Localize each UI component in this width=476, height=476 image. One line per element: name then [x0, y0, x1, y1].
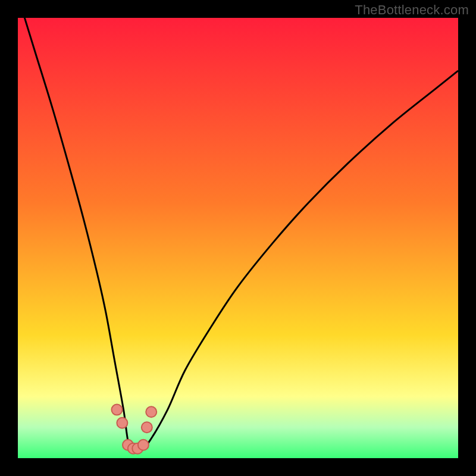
curve-marker — [146, 406, 156, 417]
plot-area — [18, 18, 458, 458]
curve-marker — [117, 418, 127, 428]
curve-marker — [112, 405, 123, 415]
bottleneck-curve — [18, 18, 458, 458]
watermark-text: TheBottleneck.com — [355, 2, 469, 18]
curve-marker — [142, 422, 152, 433]
curve-marker — [138, 440, 149, 450]
chart-frame: TheBottleneck.com — [0, 0, 476, 476]
